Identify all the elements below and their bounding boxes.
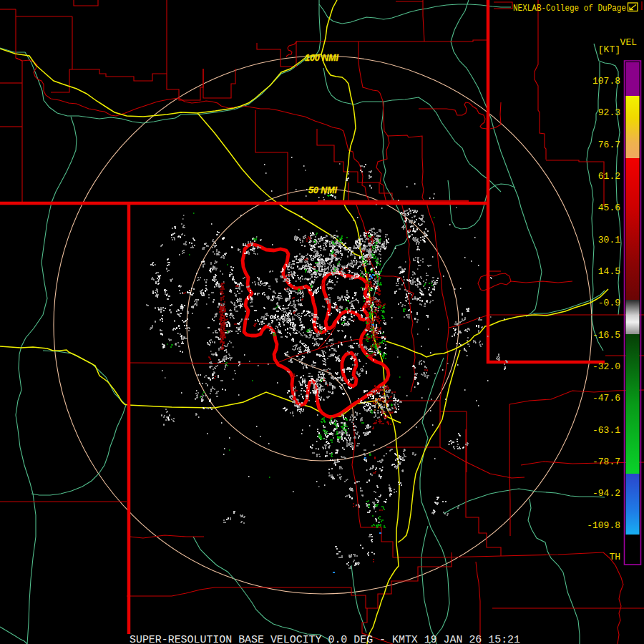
svg-text:61.2: 61.2 [598,171,620,182]
svg-text:[KT]: [KT] [598,44,620,55]
svg-text:50 NMI: 50 NMI [308,185,337,195]
svg-text:-32.0: -32.0 [592,361,620,372]
svg-text:-16.5: -16.5 [592,330,620,341]
svg-text:45.6: 45.6 [598,203,620,213]
svg-text:VEL: VEL [620,37,637,48]
svg-text:TH: TH [609,552,620,562]
svg-text:-63.1: -63.1 [592,425,620,436]
svg-text:-109.8: -109.8 [587,520,620,531]
svg-text:-94.2: -94.2 [592,488,620,499]
svg-text:NEXLAB-College of DuPage: NEXLAB-College of DuPage [513,3,626,14]
svg-text:-78.7: -78.7 [592,457,620,467]
svg-text:76.7: 76.7 [598,140,620,150]
svg-text:14.5: 14.5 [598,266,620,277]
svg-text:-47.6: -47.6 [592,393,620,404]
svg-text:100 NMI: 100 NMI [305,52,338,63]
svg-text:SUPER-RESOLUTION BASE VELOCITY: SUPER-RESOLUTION BASE VELOCITY 0.0 DEG -… [130,634,520,644]
svg-text:-0.9: -0.9 [598,298,620,308]
svg-text:30.1: 30.1 [598,235,620,245]
svg-text:107.8: 107.8 [592,76,620,87]
svg-text:92.3: 92.3 [598,107,620,118]
